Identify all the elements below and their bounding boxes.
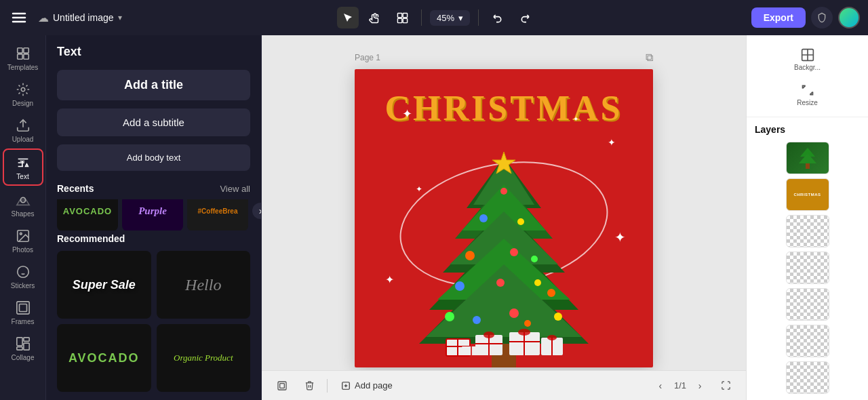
redo-button[interactable] [514, 7, 536, 28]
canvas-scroll[interactable]: Page 1 ⧉ CHRISTMAS ✦ ✦ ✦ ✦ ✦ ✦ [262, 35, 746, 370]
canvas-page[interactable]: CHRISTMAS ✦ ✦ ✦ ✦ ✦ ✦ [355, 69, 653, 367]
recent-item-coffee[interactable]: #CoffeeBrea [187, 199, 248, 231]
layer-item-5[interactable] [786, 288, 829, 321]
svg-point-43 [496, 279, 505, 287]
sidebar-label-upload: Upload [12, 136, 34, 143]
svg-point-58 [484, 332, 494, 338]
svg-point-46 [445, 312, 454, 321]
zoom-control[interactable]: 45% ▾ [430, 10, 470, 26]
add-body-button[interactable]: Add body text [57, 144, 250, 171]
svg-point-47 [473, 316, 481, 324]
resize-tool-button[interactable]: Resize [791, 79, 824, 111]
panel-title: Text [46, 35, 261, 66]
recents-label: Recents [57, 183, 94, 194]
fullscreen-button[interactable] [716, 376, 735, 395]
svg-rect-18 [16, 302, 28, 314]
project-title-area[interactable]: ☁ Untitled image ▾ [38, 12, 122, 24]
svg-text:T: T [20, 159, 24, 167]
zoom-level: 45% [437, 13, 454, 23]
logo-button[interactable] [8, 7, 30, 28]
view-all-button[interactable]: View all [220, 184, 250, 194]
svg-point-11 [21, 87, 25, 92]
add-page-button[interactable]: Add page [336, 378, 398, 393]
sidebar-item-photos[interactable]: Photos [3, 223, 43, 258]
topbar-tools: 45% ▾ [130, 7, 743, 28]
title-chevron: ▾ [118, 13, 122, 22]
avatar[interactable] [838, 7, 860, 28]
layer-item-christmas[interactable]: CHRISTMAS [786, 178, 829, 211]
christmas-tree[interactable] [409, 151, 599, 367]
sidebar-label-shapes: Shapes [12, 210, 35, 218]
project-title: Untitled image [53, 12, 114, 23]
delete-button[interactable] [300, 376, 319, 395]
layer-item-tree[interactable] [786, 142, 829, 174]
cloud-icon: ☁ [38, 12, 49, 24]
svg-point-62 [518, 329, 530, 336]
export-button[interactable]: Export [751, 7, 806, 28]
sidebar-item-collage[interactable]: Collage [3, 331, 43, 365]
sparkle-4: ✦ [614, 229, 626, 245]
svg-point-36 [500, 188, 507, 195]
sparkle-3: ✦ [385, 273, 394, 286]
layer-item-4[interactable] [786, 252, 829, 284]
add-subtitle-button[interactable]: Add a subtitle [57, 108, 250, 136]
rec-item-hello[interactable]: Hello [157, 251, 251, 319]
svg-point-45 [547, 289, 555, 297]
svg-rect-5 [397, 18, 401, 22]
rec-item-organic[interactable]: Organic Product [157, 324, 251, 392]
svg-rect-19 [19, 304, 26, 312]
frame-button[interactable] [273, 376, 292, 395]
page-next-button[interactable]: › [692, 378, 708, 394]
svg-rect-69 [280, 383, 285, 388]
layer-item-6[interactable] [786, 325, 829, 357]
layer-items: CHRISTMAS [747, 140, 868, 395]
background-tool-button[interactable]: Backgr... [791, 43, 824, 76]
sidebar-item-text[interactable]: T Text [3, 148, 43, 186]
canvas-page-wrapper: Page 1 ⧉ CHRISTMAS ✦ ✦ ✦ ✦ ✦ ✦ [355, 52, 653, 367]
page-prev-button[interactable]: ‹ [652, 378, 669, 394]
sidebar-label-text: Text [16, 173, 28, 180]
sidebar-item-upload[interactable]: Upload [3, 113, 43, 147]
sidebar-item-design[interactable]: Design [3, 77, 43, 111]
svg-point-42 [455, 281, 465, 291]
sidebar-item-shapes[interactable]: Shapes [3, 187, 43, 222]
resize-label: Resize [797, 99, 818, 106]
svg-point-37 [479, 214, 488, 222]
background-label: Backgr... [794, 64, 821, 71]
svg-rect-3 [397, 13, 401, 17]
shield-button[interactable] [811, 7, 833, 28]
svg-rect-10 [23, 54, 28, 59]
page-options-icon[interactable]: ⧉ [646, 52, 653, 64]
add-title-button[interactable]: Add a title [57, 70, 250, 100]
page-nav: ‹ 1/1 › [652, 378, 708, 394]
recent-item-purple[interactable]: Purple [122, 199, 183, 231]
recents-next-button[interactable]: › [252, 203, 261, 219]
recent-item-avocado[interactable]: AVOCADO [57, 199, 118, 231]
christmas-title[interactable]: CHRISTMAS [355, 88, 653, 128]
sidebar-label-design: Design [12, 100, 33, 107]
sidebar-item-stickers[interactable]: Stickers [3, 259, 43, 294]
recommended-grid: Super Sale Hello AVOCADO Organic Product [46, 251, 261, 400]
undo-button[interactable] [487, 7, 509, 28]
recommended-label: Recommended [46, 231, 261, 251]
svg-point-38 [517, 218, 524, 225]
layer-item-7[interactable] [786, 361, 829, 394]
layer-item-3[interactable] [786, 215, 829, 247]
sidebar-label-templates: Templates [7, 64, 39, 71]
svg-rect-21 [23, 338, 28, 342]
topbar: ☁ Untitled image ▾ 45% ▾ Export [0, 0, 868, 35]
svg-point-17 [17, 266, 28, 278]
svg-rect-20 [16, 338, 22, 346]
svg-point-48 [509, 308, 519, 318]
svg-point-65 [547, 335, 557, 340]
pointer-tool-button[interactable] [337, 7, 359, 28]
rec-item-super-sale[interactable]: Super Sale [57, 251, 151, 319]
rec-item-avocado-green[interactable]: AVOCADO [57, 324, 151, 392]
hand-tool-button[interactable] [364, 7, 386, 28]
svg-point-40 [510, 248, 518, 256]
sidebar-item-frames[interactable]: Frames [3, 295, 43, 329]
view-options-button[interactable] [391, 7, 413, 28]
sidebar-item-templates[interactable]: Templates [3, 41, 43, 75]
svg-rect-6 [403, 18, 407, 22]
svg-rect-22 [23, 343, 28, 350]
